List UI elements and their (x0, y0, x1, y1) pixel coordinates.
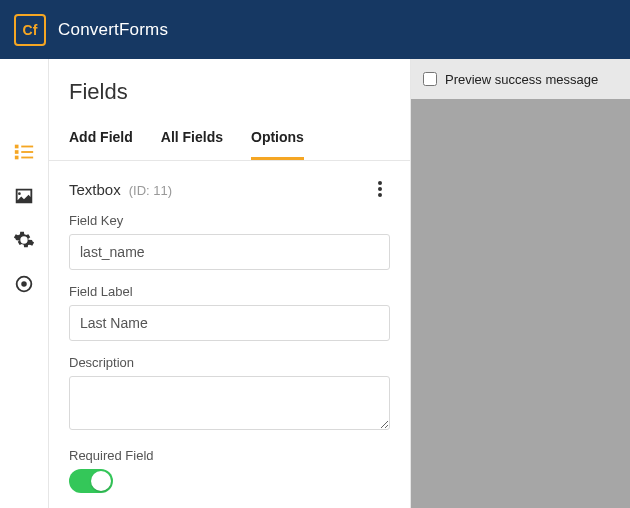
topbar: Cf ConvertForms (0, 0, 630, 59)
brand-logo: Cf (14, 14, 46, 46)
image-icon[interactable] (13, 185, 35, 207)
svg-point-7 (21, 281, 27, 287)
preview-pane: Preview success message (411, 59, 630, 508)
brand-initials: Cf (23, 22, 38, 38)
label-required: Required Field (69, 448, 390, 463)
svg-rect-2 (15, 150, 19, 154)
field-options-section: Textbox (ID: 11) Field Key Field Label (49, 161, 410, 508)
field-actions-menu[interactable] (370, 179, 390, 199)
gear-icon[interactable] (13, 229, 35, 251)
fields-icon[interactable] (13, 141, 35, 163)
svg-rect-0 (15, 145, 19, 149)
toggle-knob (91, 471, 111, 491)
preview-success-checkbox[interactable] (423, 72, 437, 86)
input-field-key[interactable] (69, 234, 390, 270)
svg-point-9 (378, 187, 382, 191)
tab-add-field[interactable]: Add Field (69, 119, 133, 160)
field-type-label: Textbox (69, 181, 121, 198)
field-id-label: (ID: 11) (129, 183, 172, 198)
side-rail (0, 59, 48, 508)
toggle-required[interactable] (69, 469, 113, 493)
label-field-key: Field Key (69, 213, 390, 228)
preview-success-label: Preview success message (445, 72, 598, 87)
target-icon[interactable] (13, 273, 35, 295)
preview-success-toggle[interactable]: Preview success message (423, 72, 598, 87)
brand-name: ConvertForms (58, 20, 168, 40)
label-description: Description (69, 355, 390, 370)
preview-toolbar: Preview success message (411, 59, 630, 99)
svg-point-8 (378, 181, 382, 185)
svg-rect-1 (21, 146, 33, 148)
input-field-label[interactable] (69, 305, 390, 341)
label-field-label: Field Label (69, 284, 390, 299)
svg-point-10 (378, 193, 382, 197)
panel-tabs: Add Field All Fields Options (49, 119, 410, 161)
input-description[interactable] (69, 376, 390, 430)
tab-options[interactable]: Options (251, 119, 304, 160)
svg-rect-4 (15, 156, 19, 160)
fields-panel: Fields Add Field All Fields Options Text… (48, 59, 411, 508)
svg-rect-5 (21, 157, 33, 159)
tab-all-fields[interactable]: All Fields (161, 119, 223, 160)
panel-title: Fields (49, 59, 410, 119)
svg-rect-3 (21, 151, 33, 153)
